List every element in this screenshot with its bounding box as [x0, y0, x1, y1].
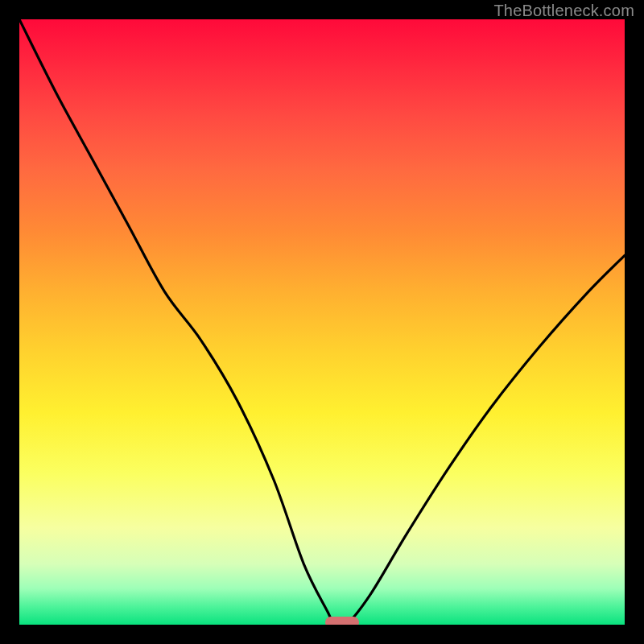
chart-frame: TheBottleneck.com — [0, 0, 644, 644]
plot-area — [19, 19, 625, 625]
bottleneck-curve — [19, 19, 625, 625]
watermark-text: TheBottleneck.com — [493, 2, 634, 20]
min-marker — [325, 617, 359, 625]
curve-path — [19, 19, 625, 625]
